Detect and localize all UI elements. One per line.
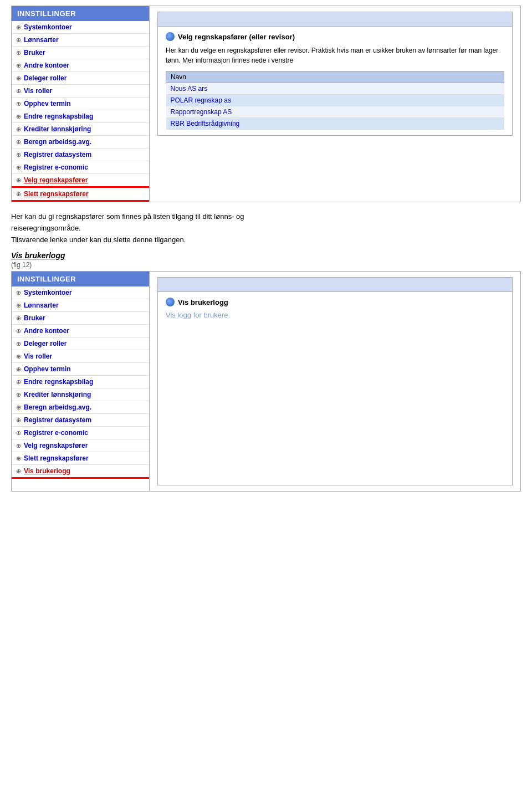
- main-content2: Vis brukerlogg Vis logg for brukere.: [150, 271, 521, 492]
- sidebar-item-label: Vis roller: [24, 352, 52, 360]
- sidebar-item-label: Beregn arbeidsg.avg.: [24, 138, 91, 146]
- arrow-icon: ⊕: [16, 289, 21, 296]
- sidebar2-item-systemkontoer[interactable]: ⊕ Systemkontoer: [12, 286, 149, 299]
- arrow-icon: ⊕: [16, 139, 21, 146]
- arrow-icon: ⊕: [16, 315, 21, 322]
- sidebar1: INNSTILLINGER ⊕ Systemkontoer ⊕ Lønnsart…: [11, 6, 150, 202]
- sidebar2-item-deleger-roller[interactable]: ⊕ Deleger roller: [12, 337, 149, 350]
- sidebar2-item-opphev-termin[interactable]: ⊕ Opphev termin: [12, 363, 149, 376]
- arrow-icon: ⊕: [16, 455, 21, 462]
- arrow-icon: ⊕: [16, 62, 21, 69]
- sidebar-item-label: Andre kontoer: [24, 327, 69, 335]
- between-line1: Her kan du gi regnskapsfører som finnes …: [11, 211, 521, 223]
- table-row-2[interactable]: Rapportregnskap AS: [171, 108, 232, 116]
- table-row-0[interactable]: Nous AS ars: [171, 85, 208, 93]
- sidebar1-header: INNSTILLINGER: [12, 6, 149, 21]
- sidebar-item-andre-kontoer[interactable]: ⊕ Andre kontoer: [12, 59, 149, 72]
- table-row: POLAR regnskap as: [166, 95, 504, 106]
- globe-icon: [166, 32, 175, 41]
- content-header1: Velg regnskapsfører (eller revisor): [166, 32, 504, 41]
- sidebar-item-label: Opphev termin: [24, 365, 71, 373]
- sidebar2-item-endre-regnskapsbilag[interactable]: ⊕ Endre regnskapsbilag: [12, 376, 149, 388]
- sidebar-item-label: Registrer e-conomic: [24, 429, 88, 437]
- content-header2: Vis brukerlogg: [166, 298, 504, 306]
- sidebar-item-label: Registrer datasystem: [24, 151, 91, 158]
- sidebar-item-beregn-arbeidsgavg[interactable]: ⊕ Beregn arbeidsg.avg.: [12, 136, 149, 149]
- sidebar-item-label: Registrer datasystem: [24, 416, 91, 424]
- sidebar2-item-vis-brukerlogg[interactable]: ⊕ Vis brukerlogg: [12, 465, 149, 479]
- sidebar2-item-registrer-e-conomic[interactable]: ⊕ Registrer e-conomic: [12, 427, 149, 439]
- sidebar-item-label: Bruker: [24, 49, 45, 57]
- sidebar2-item-slett-regnskapsforer[interactable]: ⊕ Slett regnskapsfører: [12, 452, 149, 465]
- sidebar-item-systemkontoer[interactable]: ⊕ Systemkontoer: [12, 21, 149, 34]
- arrow-icon: ⊕: [16, 49, 21, 57]
- sidebar-item-slett-regnskapsforer[interactable]: ⊕ Slett regnskapsfører: [12, 188, 149, 202]
- regnskapsforer-table: Navn Nous AS arsPOLAR regnskap asRapport…: [166, 71, 504, 130]
- sidebar-item-label: Opphev termin: [24, 100, 71, 108]
- arrow-icon: ⊕: [16, 391, 21, 398]
- globe-icon2: [166, 298, 175, 306]
- arrow-icon: ⊕: [16, 378, 21, 386]
- arrow-icon: ⊕: [16, 37, 21, 44]
- table-row: RBR Bedriftsrådgivning: [166, 118, 504, 130]
- sidebar2-item-krediter-lonnskjoring[interactable]: ⊕ Krediter lønnskjøring: [12, 388, 149, 401]
- sidebar2-item-velg-regnskapsforer[interactable]: ⊕ Velg regnskapsfører: [12, 439, 149, 452]
- section2: INNSTILLINGER ⊕ Systemkontoer ⊕ Lønnsart…: [11, 271, 521, 492]
- arrow-icon: ⊕: [16, 340, 21, 347]
- sidebar2-item-beregn-arbeidsgavg[interactable]: ⊕ Beregn arbeidsg.avg.: [12, 401, 149, 414]
- sidebar2-item-bruker[interactable]: ⊕ Bruker: [12, 312, 149, 325]
- arrow-icon: ⊕: [16, 417, 21, 424]
- arrow-icon: ⊕: [16, 100, 21, 108]
- section2-title-link[interactable]: Vis brukerlogg: [11, 251, 521, 260]
- table-row-3[interactable]: RBR Bedriftsrådgivning: [171, 120, 240, 127]
- sidebar-item-lonnsarter[interactable]: ⊕ Lønnsarter: [12, 34, 149, 47]
- sidebar-item-label: Velg regnskapsfører: [24, 442, 88, 449]
- sidebar-item-label: Deleger roller: [24, 74, 66, 82]
- top-bar1: [157, 12, 513, 26]
- sidebar-item-vis-roller[interactable]: ⊕ Vis roller: [12, 85, 149, 98]
- sidebar-item-krediter-lonnskjoring[interactable]: ⊕ Krediter lønnskjøring: [12, 123, 149, 136]
- sidebar-item-endre-regnskapsbilag[interactable]: ⊕ Endre regnskapsbilag: [12, 110, 149, 123]
- arrow-icon: ⊕: [16, 442, 21, 449]
- arrow-icon: ⊕: [16, 366, 21, 373]
- sidebar2-item-andre-kontoer[interactable]: ⊕ Andre kontoer: [12, 325, 149, 337]
- table-header-navn: Navn: [166, 71, 504, 83]
- arrow-icon: ⊕: [16, 126, 21, 133]
- sidebar-item-label: Endre regnskapsbilag: [24, 378, 93, 386]
- between-text: Her kan du gi regnskapsfører som finnes …: [11, 202, 521, 251]
- sidebar-item-registrer-e-conomic[interactable]: ⊕ Registrer e-conomic: [12, 161, 149, 174]
- sidebar-item-label: Systemkontoer: [24, 289, 72, 296]
- sidebar-item-label: Beregn arbeidsg.avg.: [24, 403, 91, 411]
- sidebar-item-label: Velg regnskapsfører: [24, 176, 88, 184]
- sidebar-item-deleger-roller[interactable]: ⊕ Deleger roller: [12, 72, 149, 85]
- arrow-icon: ⊕: [16, 191, 21, 198]
- content-desc1: Her kan du velge en regnskapsfører eller…: [166, 45, 504, 65]
- sidebar-item-velg-regnskapsforer[interactable]: ⊕ Velg regnskapsfører: [12, 174, 149, 188]
- arrow-icon: ⊕: [16, 302, 21, 309]
- top-bar2: [157, 277, 513, 291]
- table-row: Rapportregnskap AS: [166, 106, 504, 118]
- sidebar2-item-lonnsarter[interactable]: ⊕ Lønnsarter: [12, 299, 149, 312]
- sidebar-item-label: Slett regnskapsfører: [24, 454, 89, 462]
- content-header-text2: Vis brukerlogg: [178, 298, 228, 306]
- table-row-1[interactable]: POLAR regnskap as: [171, 96, 231, 104]
- sidebar-item-label: Bruker: [24, 314, 45, 322]
- sidebar-item-label: Slett regnskapsfører: [24, 190, 89, 198]
- main-content1: Velg regnskapsfører (eller revisor) Her …: [150, 6, 521, 202]
- sidebar-item-opphev-termin[interactable]: ⊕ Opphev termin: [12, 98, 149, 110]
- sidebar2-item-registrer-datasystem[interactable]: ⊕ Registrer datasystem: [12, 414, 149, 427]
- sidebar-item-label: Deleger roller: [24, 340, 66, 347]
- sidebar-item-bruker[interactable]: ⊕ Bruker: [12, 47, 149, 59]
- sidebar-item-label: Andre kontoer: [24, 62, 69, 69]
- sidebar2-item-vis-roller[interactable]: ⊕ Vis roller: [12, 350, 149, 363]
- sidebar-item-registrer-datasystem[interactable]: ⊕ Registrer datasystem: [12, 149, 149, 161]
- sidebar-item-label: Lønnsarter: [24, 301, 59, 309]
- sidebar-item-label: Krediter lønnskjøring: [24, 391, 91, 398]
- arrow-icon: ⊕: [16, 468, 21, 475]
- arrow-icon: ⊕: [16, 429, 21, 437]
- sidebar-item-label: Endre regnskapsbilag: [24, 112, 93, 120]
- log-text: Vis logg for brukere.: [166, 311, 504, 319]
- arrow-icon: ⊕: [16, 88, 21, 95]
- fig-caption: (fig 12): [11, 261, 521, 269]
- section1: INNSTILLINGER ⊕ Systemkontoer ⊕ Lønnsart…: [11, 6, 521, 202]
